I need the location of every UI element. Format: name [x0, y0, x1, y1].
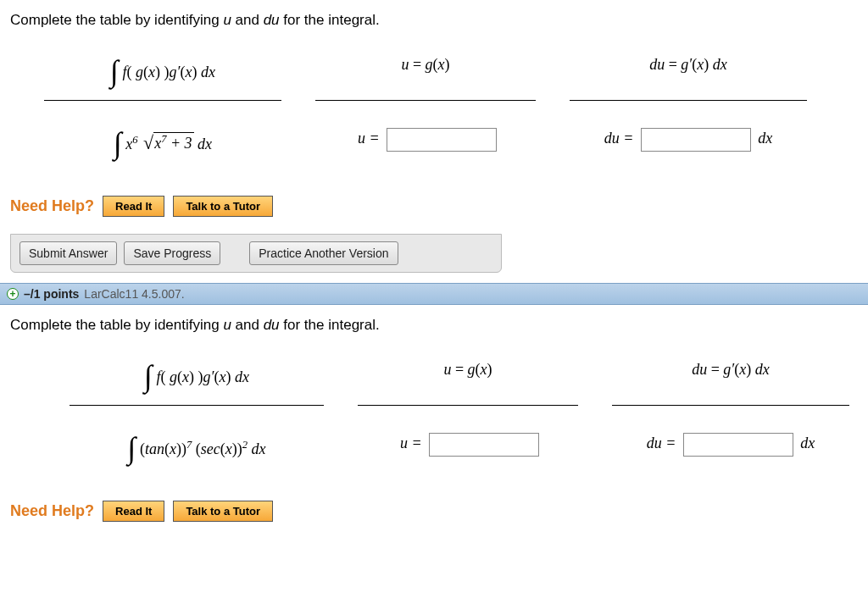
q1-du-input[interactable] [641, 128, 751, 152]
du-suffix: dx [800, 435, 815, 451]
rule [70, 405, 324, 406]
need-help-label: Need Help? [10, 502, 94, 520]
q1-prompt-du: du [264, 12, 280, 28]
q2-prompt: Complete the table by identifying u and … [10, 317, 858, 334]
q2-header-du: du = g′(x) dx [604, 344, 858, 405]
q2-prompt-a: Complete the table by identifying [10, 317, 223, 333]
q2-row-integral: ∫ (tan(x))7 (sec(x))2 dx [61, 428, 332, 494]
q1-prompt-u: u [223, 12, 231, 28]
q1-table: ∫ f( g(x) )g′(x) dx u = g(x) du = g′(x) … [36, 39, 858, 189]
actions-bar: Submit Answer Save Progress Practice Ano… [10, 234, 502, 273]
q1-header-integral: ∫ f( g(x) )g′(x) dx [36, 39, 290, 100]
q2-header-integral: ∫ f( g(x) )g′(x) dx [61, 344, 332, 405]
q2-need-help: Need Help? Read It Talk to a Tutor [10, 501, 858, 522]
rule [44, 100, 281, 101]
q1-row-du: du = dx [561, 123, 815, 189]
du-suffix: dx [758, 130, 772, 147]
q2-header-bar: + –/1 points LarCalc11 4.5.007. [0, 283, 868, 305]
q1-prompt-b: and [231, 12, 264, 28]
q2-du-input[interactable] [683, 433, 793, 457]
practice-another-button[interactable]: Practice Another Version [249, 241, 398, 265]
read-it-button[interactable]: Read It [103, 196, 164, 217]
q1-prompt-c: for the integral. [280, 12, 380, 28]
save-progress-button[interactable]: Save Progress [124, 241, 220, 265]
rule [358, 405, 578, 406]
q1-row-u: u = [307, 123, 544, 189]
talk-tutor-button[interactable]: Talk to a Tutor [173, 501, 273, 522]
rule [570, 100, 807, 101]
q2-row-u: u = [349, 428, 587, 494]
need-help-label: Need Help? [10, 197, 94, 215]
du-label: du = [604, 130, 634, 147]
q2-ref: LarCalc11 4.5.007. [84, 287, 184, 301]
u-label: u = [358, 130, 380, 147]
q2-header-u: u = g(x) [349, 344, 587, 405]
q1-header-du: du = g′(x) dx [561, 39, 815, 100]
du-label: du = [647, 435, 676, 451]
q2-prompt-du: du [264, 317, 280, 333]
submit-answer-button[interactable]: Submit Answer [19, 241, 117, 265]
q1-prompt-a: Complete the table by identifying [10, 12, 223, 28]
expand-icon[interactable]: + [7, 288, 19, 300]
q2-u-input[interactable] [429, 433, 539, 457]
q2-row-du: du = dx [604, 428, 858, 494]
q2-prompt-c: for the integral. [280, 317, 380, 333]
talk-tutor-button[interactable]: Talk to a Tutor [173, 196, 273, 217]
rule [315, 100, 536, 101]
q1-need-help: Need Help? Read It Talk to a Tutor [10, 196, 858, 217]
u-label: u = [400, 435, 422, 451]
read-it-button[interactable]: Read It [103, 501, 164, 522]
q1-prompt: Complete the table by identifying u and … [10, 12, 858, 29]
q2-table: ∫ f( g(x) )g′(x) dx u = g(x) du = g′(x) … [61, 344, 858, 494]
rule [612, 405, 849, 406]
q2-points: –/1 points [24, 287, 79, 301]
q2-prompt-u: u [223, 317, 231, 333]
q1-u-input[interactable] [387, 128, 497, 152]
q1-header-u: u = g(x) [307, 39, 544, 100]
q1-row-integral: ∫ x6 √x7 + 3 dx [36, 123, 290, 189]
q2-prompt-b: and [231, 317, 264, 333]
